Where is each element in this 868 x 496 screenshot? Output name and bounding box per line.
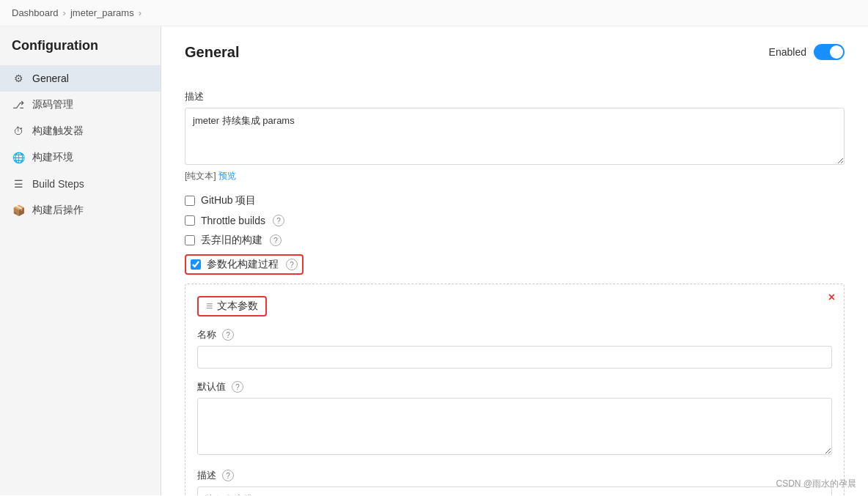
parametrize-label[interactable]: 参数化构建过程 — [207, 258, 279, 271]
param-description-label: 描述 — [197, 469, 216, 482]
sidebar: Configuration ⚙ General ⎇ 源码管理 ⏱ 构建触发器 🌐… — [0, 26, 161, 495]
throttle-checkbox[interactable] — [185, 215, 195, 226]
parametrize-checkbox[interactable] — [191, 259, 201, 270]
sidebar-item-build-steps[interactable]: ☰ Build Steps — [0, 171, 161, 197]
param-panel-header-bar: ≡ 文本参数 — [197, 296, 267, 317]
clock-icon: ⏱ — [12, 125, 25, 138]
sidebar-item-general-label: General — [32, 73, 69, 84]
discard-label[interactable]: 丢弃旧的构建 — [201, 234, 262, 247]
gear-icon: ⚙ — [12, 72, 25, 85]
sidebar-item-post-build[interactable]: 📦 构建后操作 — [0, 197, 161, 223]
breadcrumb: Dashboard › jmeter_params › — [0, 0, 868, 26]
main-header: General Enabled — [185, 44, 845, 75]
discard-help-icon[interactable]: ? — [270, 234, 282, 246]
param-panel-header: ≡ 文本参数 × — [197, 296, 832, 317]
sidebar-item-post-build-label: 构建后操作 — [32, 204, 84, 217]
sidebar-item-env-label: 构建环境 — [32, 151, 73, 164]
param-default-section: 默认值 ? — [197, 380, 832, 457]
param-name-help-icon[interactable]: ? — [222, 329, 234, 341]
breadcrumb-dashboard[interactable]: Dashboard — [12, 7, 59, 18]
preview-link[interactable]: 预览 — [218, 171, 236, 181]
sidebar-item-triggers[interactable]: ⏱ 构建触发器 — [0, 118, 161, 144]
sidebar-item-source-label: 源码管理 — [32, 98, 73, 111]
github-label[interactable]: GitHub 项目 — [201, 194, 256, 207]
footer-credit: CSDN @雨水的孕晨 — [776, 478, 856, 490]
sidebar-title: Configuration — [0, 38, 161, 65]
main-content: General Enabled 描述 jmeter 持续集成 params [纯… — [161, 26, 868, 495]
description-label: 描述 — [185, 90, 845, 103]
description-textarea[interactable]: jmeter 持续集成 params — [185, 108, 845, 165]
toggle-slider — [814, 44, 845, 60]
sidebar-item-env[interactable]: 🌐 构建环境 — [0, 144, 161, 171]
breadcrumb-sep-1: › — [63, 7, 66, 18]
discard-checkbox[interactable] — [185, 235, 195, 245]
throttle-label[interactable]: Throttle builds — [201, 215, 265, 226]
plain-text-row: [纯文本] 预览 — [185, 170, 845, 182]
param-default-help-icon[interactable]: ? — [232, 381, 243, 393]
github-checkbox[interactable] — [185, 196, 195, 206]
parametrize-row: 参数化构建过程 ? — [185, 254, 845, 275]
sidebar-item-source[interactable]: ⎇ 源码管理 — [0, 92, 161, 118]
param-type-label: 文本参数 — [217, 300, 258, 313]
throttle-row: Throttle builds ? — [185, 215, 845, 226]
page-title: General — [185, 44, 239, 61]
param-description-section: 描述 ? 执行多少线程 [纯文本] 预览 — [197, 469, 832, 495]
param-default-textarea[interactable] — [197, 398, 832, 455]
throttle-help-icon[interactable]: ? — [273, 215, 284, 226]
enabled-label: Enabled — [769, 46, 806, 58]
package-icon: 📦 — [12, 204, 25, 217]
breadcrumb-jmeter[interactable]: jmeter_params — [70, 7, 134, 18]
param-name-input[interactable]: params — [197, 346, 832, 369]
discard-row: 丢弃旧的构建 ? — [185, 234, 845, 247]
parametrize-help-icon[interactable]: ? — [286, 259, 298, 270]
param-panel-close-button[interactable]: × — [828, 292, 835, 303]
param-description-help-icon[interactable]: ? — [222, 470, 234, 481]
param-name-label: 名称 — [197, 328, 216, 341]
branch-icon: ⎇ — [12, 98, 25, 111]
sidebar-item-general[interactable]: ⚙ General — [0, 65, 161, 92]
plain-text-prefix: [纯文本] — [185, 171, 216, 181]
enabled-toggle-row: Enabled — [769, 44, 845, 60]
param-description-textarea[interactable]: 执行多少线程 — [197, 486, 832, 495]
breadcrumb-sep-2: › — [139, 7, 141, 18]
sidebar-item-build-steps-label: Build Steps — [32, 178, 84, 190]
drag-icon: ≡ — [206, 300, 213, 313]
param-default-label: 默认值 — [197, 380, 226, 393]
enabled-toggle[interactable] — [814, 44, 845, 60]
parametrize-highlighted: 参数化构建过程 ? — [185, 254, 304, 275]
param-panel: ≡ 文本参数 × 名称 ? params 默认值 ? — [185, 284, 845, 495]
github-row: GitHub 项目 — [185, 194, 845, 207]
sidebar-item-triggers-label: 构建触发器 — [32, 125, 84, 138]
list-icon: ☰ — [12, 177, 25, 190]
description-section: 描述 jmeter 持续集成 params [纯文本] 预览 — [185, 90, 845, 182]
param-name-section: 名称 ? params — [197, 328, 832, 369]
globe-icon: 🌐 — [12, 151, 25, 164]
